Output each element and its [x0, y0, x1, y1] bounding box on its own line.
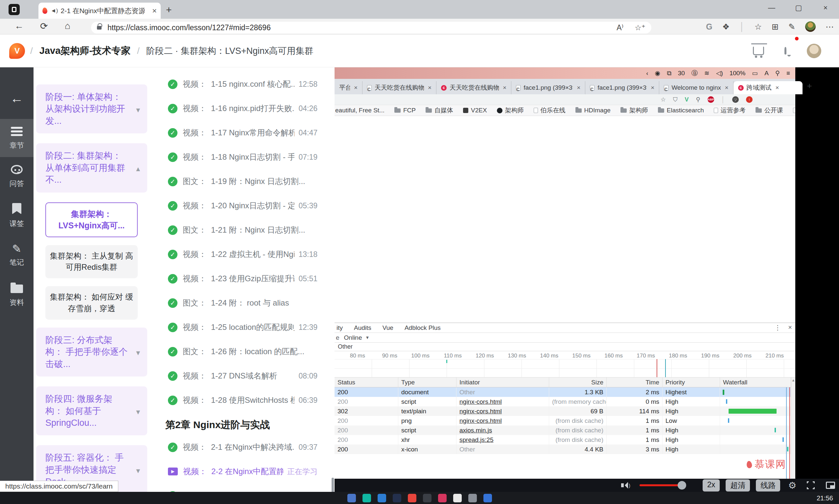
- stage-child[interactable]: 集群架构： 主从复制 高可用Redis集群: [46, 245, 138, 278]
- window-minimize-button[interactable]: —: [758, 0, 785, 17]
- tab-audio-icon[interactable]: ◄): [51, 7, 58, 14]
- throttling-select[interactable]: Online ▼: [344, 334, 370, 341]
- bookmark-item[interactable]: 公开课: [755, 106, 783, 115]
- chrome-tab[interactable]: c 天天吃货在线购物平台 ×: [436, 81, 511, 94]
- lesson-row[interactable]: ✓ ▶ 图文： 1-26 附：location 的匹配...: [149, 339, 335, 364]
- network-request-row[interactable]: 200 script axios.min.js (from disk cache…: [335, 426, 791, 435]
- lesson-row[interactable]: ✓ ▶ 视频： 1-27 DNS域名解析 08:09: [149, 364, 335, 388]
- chrome-tab-close-icon[interactable]: ×: [428, 84, 431, 91]
- extension-icon[interactable]: ⚲: [696, 96, 700, 103]
- stage-card[interactable]: 阶段四: 微服务架构： 如何基于SpringClou... ▼: [36, 386, 147, 435]
- chrome-tab[interactable]: c 天天吃货在线购物平台 ×: [362, 81, 436, 94]
- taskbar-app-icon[interactable]: [378, 494, 386, 502]
- table-column-header[interactable]: Initiator: [457, 378, 549, 387]
- chrome-tab[interactable]: c face1.png (399×399) ×: [511, 81, 585, 94]
- chrome-tab-close-icon[interactable]: ×: [775, 84, 779, 91]
- taskbar-app-icon[interactable]: [408, 494, 416, 502]
- table-column-header[interactable]: Time: [607, 378, 662, 387]
- rail-item[interactable]: 问答: [0, 157, 34, 195]
- volume-slider[interactable]: [640, 484, 682, 486]
- devtools-more-icon[interactable]: ⋮: [774, 324, 781, 331]
- toolbar-icon[interactable]: │: [739, 22, 745, 32]
- extension-icon[interactable]: │: [721, 96, 725, 103]
- stage-card-1[interactable]: 阶段一: 单体架构： 从架构设计到功能开发... ▼: [36, 85, 147, 133]
- taskbar-app-icon[interactable]: [423, 494, 431, 502]
- bookmark-item[interactable]: 伯乐在线: [534, 106, 566, 115]
- lesson-row[interactable]: ✓ ▶ 图文： 1-21 附：Nginx 日志切割...: [149, 218, 335, 242]
- lesson-row[interactable]: ✓ ▶ 图文： 1-24 附： root 与 alias: [149, 291, 335, 315]
- bookmark-item[interactable]: HDImage: [575, 107, 611, 114]
- home-button[interactable]: ⌂: [65, 21, 70, 31]
- rail-item[interactable]: 笔记: [0, 235, 34, 274]
- toolbar-icon[interactable]: [805, 21, 816, 32]
- extension-icon[interactable]: ↑: [746, 96, 753, 103]
- tab-actions-icon[interactable]: [8, 4, 20, 15]
- extension-icon[interactable]: ☆: [661, 96, 666, 103]
- player-button[interactable]: 线路: [756, 479, 780, 491]
- chrome-tab-close-icon[interactable]: ×: [725, 84, 728, 91]
- taskbar-app-icon[interactable]: [362, 494, 371, 502]
- table-column-header[interactable]: Waterfall: [720, 378, 791, 387]
- lesson-row[interactable]: ✓ ▶ 视频： 1-25 location的匹配规则... 12:39: [149, 315, 335, 339]
- network-request-row[interactable]: 200 x-icon Other 4.4 KB 3 ms High: [335, 445, 791, 454]
- bookmark-item[interactable]: 自媒体: [426, 106, 453, 115]
- imooc-logo[interactable]: V: [9, 43, 25, 59]
- taskbar-app-icon[interactable]: [347, 494, 356, 502]
- fullscreen-icon[interactable]: [807, 481, 815, 489]
- new-tab-button[interactable]: +: [166, 5, 172, 15]
- lesson-row[interactable]: ✓ ▶ 视频： 1-28 使用SwitchHosts 模... 06:39: [149, 388, 335, 412]
- network-request-row[interactable]: 200 document Other 1.3 KB 2 ms Highest: [335, 388, 791, 397]
- chrome-tab-close-icon[interactable]: ×: [577, 84, 581, 91]
- add-favorite-icon[interactable]: ☆⁺: [635, 23, 645, 32]
- chrome-tab[interactable]: c 跨域测试 ×: [733, 81, 803, 94]
- cell-initiator[interactable]: Other: [457, 388, 549, 397]
- volume-icon[interactable]: ): [621, 482, 630, 489]
- devtools-tab[interactable]: Vue: [382, 324, 393, 331]
- read-aloud-icon[interactable]: A⁾: [617, 23, 623, 32]
- chrome-tab-close-icon[interactable]: ×: [354, 84, 358, 91]
- toolbar-icon[interactable]: ❖: [722, 22, 730, 32]
- table-scrollbar[interactable]: ▲: [791, 378, 795, 480]
- collapse-back-arrow[interactable]: ←: [0, 91, 34, 106]
- table-column-header[interactable]: Status: [335, 378, 398, 387]
- stage-child-selected[interactable]: 集群架构： LVS+Nginx高可...: [46, 202, 138, 237]
- pip-icon[interactable]: [826, 482, 835, 489]
- network-request-row[interactable]: 200 script nginx-cors.html (from memory …: [335, 397, 791, 407]
- extension-icon[interactable]: ABP: [708, 96, 714, 103]
- video-player-area[interactable]: ‹◉⧉30Ⓑ≋◁)100%▭A⚲≡ c 平台 × c: [335, 67, 839, 504]
- network-overview[interactable]: 80 ms90 ms100 ms110 ms120 ms130 ms140 ms…: [335, 351, 795, 378]
- chrome-tab[interactable]: c face1.png (399×399) ×: [585, 81, 659, 94]
- url-text[interactable]: https://class.imooc.com/lesson/1227#mid=…: [107, 23, 271, 32]
- chrome-tab[interactable]: c Welcome to nginx! ×: [659, 81, 733, 94]
- lesson-row[interactable]: ✓ ▶ 视频： 1-17 Nginx常用命令解析 04:47: [149, 121, 335, 145]
- extension-icon[interactable]: ⛉: [673, 96, 678, 103]
- extension-icon[interactable]: ツ: [732, 96, 739, 103]
- chrome-tab-close-icon[interactable]: ×: [503, 84, 506, 91]
- address-bar[interactable]: https://class.imooc.com/lesson/1227#mid=…: [91, 22, 651, 34]
- devtools-tab[interactable]: Audits: [354, 324, 371, 331]
- taskbar-app-icon[interactable]: [483, 494, 492, 502]
- lock-icon[interactable]: [97, 26, 102, 30]
- toolbar-icon[interactable]: G: [706, 22, 712, 32]
- user-avatar[interactable]: [807, 44, 821, 58]
- bookmark-item[interactable]: V2EX: [463, 107, 487, 114]
- network-request-row[interactable]: 200 xhr spread.js:25 (from disk cache) 1…: [335, 435, 791, 445]
- filter-other[interactable]: Other: [338, 343, 353, 350]
- bell-icon[interactable]: [784, 47, 786, 55]
- bookmark-item[interactable]: 架构师: [497, 106, 524, 115]
- rail-item[interactable]: 课签: [0, 195, 34, 235]
- table-column-header[interactable]: Priority: [662, 378, 720, 387]
- cell-initiator[interactable]: Other: [457, 445, 549, 454]
- browser-tab[interactable]: ◄) 2-1 在Nginx中配置静态资源 ×: [38, 3, 161, 19]
- bookmark-item[interactable]: FCP: [394, 107, 416, 114]
- lesson-row[interactable]: ✓ ▶ 视频： 1-22 虚拟主机 - 使用Ngi... 13:18: [149, 242, 335, 267]
- taskbar-app-icon[interactable]: [438, 494, 447, 502]
- bookmark-item[interactable]: 运营参考: [714, 106, 746, 115]
- chrome-tab-close-icon[interactable]: ×: [651, 84, 654, 91]
- stage-card[interactable]: 阶段三: 分布式架构： 手把手带你逐个击破... ▼: [36, 328, 147, 377]
- stage-card-2[interactable]: 阶段二: 集群架构： 从单体到高可用集群不... ▲: [36, 143, 147, 192]
- player-button[interactable]: 超清: [726, 479, 750, 491]
- lesson-row[interactable]: ✓ ▶ 图文： 1-19 附：Nginx 日志切割...: [149, 169, 335, 194]
- rail-item[interactable]: 章节: [0, 119, 34, 157]
- breadcrumb-course[interactable]: Java架构师-技术专家: [39, 44, 130, 57]
